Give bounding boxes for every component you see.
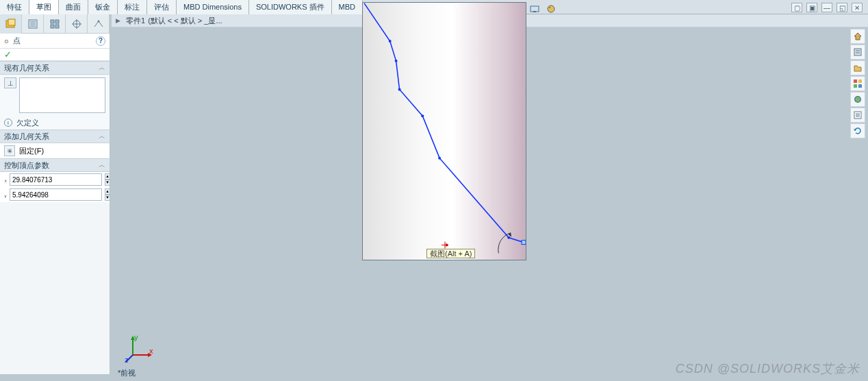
info-icon: i [4,119,12,127]
param-y-row: ᵧ ▲▼ [0,187,110,202]
svg-rect-56 [854,49,861,56]
taskpane-resources-button[interactable] [850,45,865,60]
fm-tab-dimxpert[interactable] [66,14,88,34]
fm-tab-config[interactable] [44,14,66,34]
svg-point-37 [395,60,398,62]
svg-rect-10 [51,25,54,28]
tab-sw-addins[interactable]: SOLIDWORKS 插件 [249,0,332,14]
fm-tab-display[interactable] [88,14,110,34]
tab-features[interactable]: 特征 [0,0,29,14]
apply-scene-button[interactable] [527,2,542,16]
window-minimize-button[interactable]: — [821,3,832,12]
param-x-input[interactable] [10,173,102,186]
svg-rect-61 [854,84,857,88]
watermark-text: CSDN @SOLIDWORKS艾金米 [676,360,860,377]
svg-point-63 [854,96,861,103]
under-defined-label: 欠定义 [16,118,39,128]
view-triad[interactable]: y x z [125,334,153,363]
svg-rect-9 [55,20,59,23]
svg-point-35 [549,7,550,8]
param-y-input[interactable] [10,188,102,201]
tab-annotate[interactable]: 标注 [118,0,147,14]
svg-rect-59 [854,79,857,83]
svg-point-41 [507,236,510,239]
svg-point-40 [438,157,441,160]
definition-status-row: i 欠定义 [0,116,110,130]
taskpane-color-button[interactable] [850,92,865,107]
fm-tab-property[interactable] [22,14,44,34]
relations-listbox[interactable] [19,77,105,113]
taskpane-appearances-button[interactable] [850,76,865,91]
taskpane-home-button[interactable] [850,29,865,44]
breadcrumb-expand-icon[interactable]: ▶ [116,17,120,24]
svg-rect-42 [522,241,526,245]
svg-rect-3 [8,19,15,25]
pm-confirm-row: ✓ [0,49,110,61]
fixed-icon: ✳ [4,145,15,156]
render-tools-button[interactable] [544,2,559,16]
control-vertex-params-header[interactable]: 控制顶点参数 ︿ [0,158,110,172]
relation-picker-icon[interactable]: ⊥ [4,77,16,88]
collapse-icon[interactable]: ︿ [99,63,105,73]
svg-point-34 [548,5,554,12]
svg-rect-11 [55,25,59,28]
svg-rect-62 [858,84,862,88]
svg-text:z: z [125,356,129,363]
svg-rect-33 [533,11,536,12]
snap-tooltip-text: 截图(Alt + A) [430,249,472,259]
svg-point-38 [398,88,401,91]
graphics-viewport[interactable] [362,2,526,260]
property-manager-panel: ○ 点 ? ✓ 现有几何关系 ︿ ⊥ i 欠定义 添加几何关系 ︿ ✳ 固定(F… [0,14,110,374]
param-x-spinner[interactable]: ▲▼ [105,173,110,186]
task-pane [850,29,867,138]
control-vertex-params-label: 控制顶点参数 [4,160,49,171]
snap-tooltip: 截图(Alt + A) [426,249,475,258]
breadcrumb-part[interactable]: 零件1 [126,16,145,26]
existing-relations-body: ⊥ [0,75,110,116]
window-restore-button[interactable]: ◱ [837,3,847,12]
window-close-button[interactable]: ✕ [852,3,863,12]
svg-text:y: y [134,334,138,341]
collapse-icon[interactable]: ︿ [99,132,105,141]
window-controls: ▢ ▣ — ◱ ✕ [791,3,863,12]
param-y-label: ᵧ [4,189,7,200]
svg-point-15 [97,20,99,22]
point-icon: ○ [4,37,9,45]
svg-rect-60 [858,79,862,83]
fixed-relation-row[interactable]: ✳ 固定(F) [0,143,110,158]
tab-mbd[interactable]: MBD [332,0,363,14]
svg-marker-45 [446,244,448,247]
svg-rect-32 [531,6,539,12]
breadcrumb-state: (默认 < < 默认 > _显... [148,16,222,26]
tab-sketch[interactable]: 草图 [29,0,59,14]
collapse-icon[interactable]: ︿ [99,160,105,170]
existing-relations-header[interactable]: 现有几何关系 ︿ [0,61,110,75]
pm-title-row: ○ 点 ? [0,34,110,49]
pm-help-button[interactable]: ? [96,36,105,46]
taskpane-reload-button[interactable] [850,123,865,138]
add-relations-label: 添加几何关系 [4,132,49,142]
status-view-label: *前视 [118,368,136,378]
svg-point-39 [421,114,424,117]
taskpane-open-button[interactable] [850,60,865,75]
param-x-label: ₓ [4,174,7,185]
svg-text:x: x [149,347,153,355]
existing-relations-label: 现有几何关系 [4,63,49,73]
tab-surfaces[interactable]: 曲面 [59,0,88,14]
taskpane-properties-button[interactable] [850,108,865,123]
fm-tab-strip [0,14,110,34]
fm-tab-feature-tree[interactable] [0,14,22,34]
tab-sheetmetal[interactable]: 钣金 [88,0,118,14]
pm-ok-button[interactable]: ✓ [4,49,12,60]
fixed-label: 固定(F) [19,146,44,156]
param-x-row: ₓ ▲▼ [0,172,110,187]
pm-title: 点 [13,36,21,46]
param-y-spinner[interactable]: ▲▼ [105,188,110,201]
window-tile-button[interactable]: ▢ [791,3,802,12]
add-relations-header[interactable]: 添加几何关系 ︿ [0,130,110,143]
tab-evaluate[interactable]: 评估 [147,0,177,14]
svg-rect-8 [51,20,54,23]
window-cascade-button[interactable]: ▣ [806,3,817,12]
sketch-polyline [363,3,526,260]
tab-mbd-dimensions[interactable]: MBD Dimensions [177,0,249,14]
